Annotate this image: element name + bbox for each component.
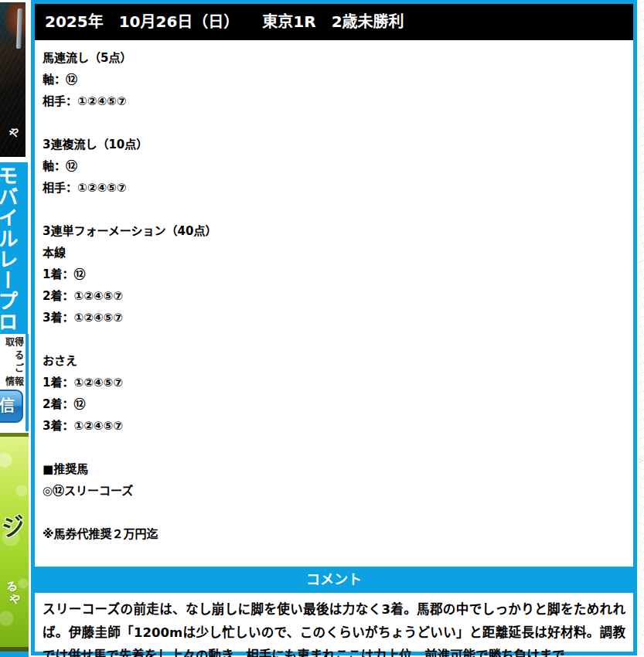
sidebar-ad-green-banner[interactable]: ジ るや [0,433,29,652]
phone-image [16,9,22,49]
tip-line: 3着：①②④⑤⑦ [35,415,633,437]
green-ad-text-top: ジ [0,506,28,543]
info-line: ご [0,363,24,376]
tip-line: 軸：⑫ [35,155,633,177]
tip-line: ■推奨馬 [35,458,633,480]
tip-line: 本線 [35,242,633,264]
race-title: 2025年 10月26日（日） 東京1R 2歳未勝利 [45,12,404,31]
ad-photo-caption: や [5,123,22,141]
tip-line: 1着：⑫ [35,264,633,285]
comment-button-label: コメント [306,571,362,587]
tip-line: おさえ [35,350,633,372]
tip-line: 相手：①②④⑤⑦ [35,90,633,112]
tip-line: 1着：①②④⑤⑦ [35,372,633,393]
tip-section-umaren: 馬連流し（5点） 軸：⑫ 相手：①②④⑤⑦ [35,47,633,112]
left-sidebar: や モバイルレープロ 取得 る ご 情報 信 ジ るや [0,0,29,657]
tip-line: 馬連流し（5点） [35,47,633,69]
tip-line: ※馬券代推奨２万円迄 [35,523,633,545]
tip-section-budget-note: ※馬券代推奨２万円迄 [35,523,633,545]
green-ad-text-bottom: るや [2,579,24,608]
tip-line: 相手：①②④⑤⑦ [35,177,633,199]
prediction-panel: 2025年 10月26日（日） 東京1R 2歳未勝利 馬連流し（5点） 軸：⑫ … [31,0,637,655]
ad-vertical-label: モバイルレープロ [0,165,16,332]
betting-tips: 馬連流し（5点） 軸：⑫ 相手：①②④⑤⑦ 3連複流し（10点） 軸：⑫ 相手：… [35,40,633,545]
send-button-label: 信 [0,397,15,415]
tip-line: ◎⑫スリーコーズ [35,480,633,502]
race-header: 2025年 10月26日（日） 東京1R 2歳未勝利 [35,4,633,40]
info-text: 取得 る ご 情報 [0,334,26,389]
next-ad-edge [0,652,29,657]
tip-line: 3着：①②④⑤⑦ [35,307,633,328]
tip-section-sanrentan: 3連単フォーメーション（40点） 本線 1着：⑫ 2着：①②④⑤⑦ 3着：①②④… [35,220,633,328]
tip-line: 軸：⑫ [35,69,633,90]
tip-section-recommended-horse: ■推奨馬 ◎⑫スリーコーズ [35,458,633,502]
tip-section-osae: おさえ 1着：①②④⑤⑦ 2着：⑫ 3着：①②④⑤⑦ [35,350,633,437]
tip-line: 3連複流し（10点） [35,134,633,155]
tip-line: 3連単フォーメーション（40点） [35,220,633,242]
tip-line: 2着：⑫ [35,393,633,415]
comment-button[interactable]: コメント [35,567,633,593]
tip-section-sanrenpuku: 3連複流し（10点） 軸：⑫ 相手：①②④⑤⑦ [35,134,633,199]
sidebar-ad-photo-banner[interactable]: や [0,2,26,157]
sidebar-ad-mobile-race-pro[interactable]: モバイルレープロ [0,162,28,334]
comment-text: スリーコーズの前走は、なし崩しに脚を使い最後は力なく3着。馬郡の中でしっかりと脚… [35,593,633,657]
sidebar-info-panel: 取得 る ご 情報 信 [0,334,29,431]
info-line: る [0,349,24,363]
info-line: 取得 [0,336,24,349]
send-button[interactable]: 信 [0,390,23,423]
info-line: 情報 [0,376,24,389]
tip-line: 2着：①②④⑤⑦ [35,285,633,307]
